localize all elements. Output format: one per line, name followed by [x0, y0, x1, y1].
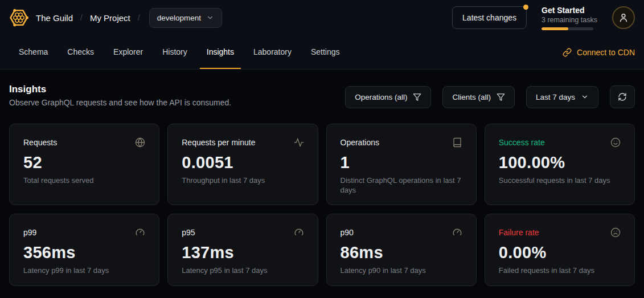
connect-to-cdn-link[interactable]: Connect to CDN — [563, 35, 635, 69]
stats-grid: Requests 52 Total requests served Reques… — [9, 124, 635, 286]
date-range-select[interactable]: Last 7 days — [526, 86, 598, 108]
card-title: p90 — [341, 228, 354, 237]
card-value: 100.00% — [499, 153, 621, 172]
user-icon — [618, 12, 629, 23]
operations-filter-label: Operations (all) — [355, 93, 407, 101]
project-nav: Schema Checks Explorer History Insights … — [0, 35, 644, 70]
card-title: p99 — [23, 228, 36, 237]
card-description: Throughput in last 7 days — [182, 176, 303, 186]
book-icon — [452, 137, 462, 148]
chevron-down-icon — [581, 93, 589, 101]
tab-explorer[interactable]: Explorer — [106, 35, 150, 69]
breadcrumb: The Guild / My Project / development — [9, 8, 222, 28]
get-started-progress-fill — [542, 27, 568, 30]
card-value: 86ms — [341, 243, 462, 262]
get-started-progress — [542, 27, 593, 30]
card-description: Latency p90 in last 7 days — [341, 266, 462, 276]
page-subtitle: Observe GraphQL requests and see how the… — [9, 98, 231, 107]
card-description: Latency p99 in last 7 days — [23, 266, 145, 276]
card-title: Success rate — [499, 138, 545, 147]
avatar[interactable] — [612, 6, 635, 29]
connect-to-cdn-label: Connect to CDN — [577, 48, 635, 57]
hive-logo[interactable] — [9, 8, 28, 27]
stat-card-p90: p90 86ms Latency p90 in last 7 days — [326, 214, 477, 286]
refresh-button[interactable] — [610, 85, 635, 108]
breadcrumb-separator: / — [138, 13, 140, 22]
tab-settings[interactable]: Settings — [304, 35, 347, 69]
stat-card-failure-rate: Failure rate 0.00% Failed requests in la… — [485, 214, 635, 286]
card-title: Failure rate — [499, 228, 539, 237]
card-description: Failed requests in last 7 days — [499, 266, 621, 276]
gauge-icon — [452, 227, 462, 238]
stat-card-p99: p99 356ms Latency p99 in last 7 days — [9, 214, 159, 286]
get-started-widget[interactable]: Get Started 3 remaining tasks — [542, 6, 597, 30]
stat-card-operations: Operations 1 Distinct GraphQL operations… — [326, 124, 477, 205]
card-value: 1 — [341, 153, 462, 172]
clients-filter-button[interactable]: Clients (all) — [442, 86, 515, 108]
filter-icon — [413, 93, 421, 101]
card-value: 52 — [23, 153, 145, 172]
tab-history[interactable]: History — [155, 35, 194, 69]
project-link[interactable]: My Project — [90, 13, 130, 23]
stat-card-requests-per-minute: Requests per minute 0.0051 Throughput in… — [167, 124, 318, 205]
clients-filter-label: Clients (all) — [452, 93, 491, 101]
card-description: Distinct GraphQL operations in last 7 da… — [341, 176, 462, 195]
latest-changes-label: Latest changes — [462, 13, 516, 22]
latest-changes-button[interactable]: Latest changes — [452, 6, 527, 29]
stat-card-p95: p95 137ms Latency p95 in last 7 days — [167, 214, 318, 286]
target-selector[interactable]: development — [149, 8, 222, 28]
card-description: Total requests served — [23, 176, 145, 186]
card-description: Latency p95 in last 7 days — [182, 266, 303, 276]
card-title: Requests — [23, 138, 57, 147]
card-title: Operations — [341, 138, 379, 147]
get-started-subtitle: 3 remaining tasks — [542, 16, 597, 24]
gauge-icon — [135, 227, 145, 238]
card-description: Successful requests in last 7 days — [499, 176, 621, 186]
stat-card-success-rate: Success rate 100.00% Successful requests… — [485, 124, 635, 205]
notification-dot — [523, 5, 528, 10]
activity-icon — [294, 137, 304, 148]
target-selector-value: development — [157, 14, 201, 22]
filter-icon — [497, 93, 505, 101]
refresh-icon — [618, 92, 627, 101]
card-value: 137ms — [182, 243, 303, 262]
app-chrome: The Guild / My Project / development Lat… — [0, 0, 644, 70]
card-value: 0.00% — [499, 243, 621, 262]
filters-toolbar: Operations (all) Clients (all) Last 7 da… — [345, 85, 635, 108]
topbar-right: Latest changes Get Started 3 remaining t… — [452, 6, 635, 30]
card-value: 356ms — [23, 243, 145, 262]
insights-page: Insights Observe GraphQL requests and se… — [0, 70, 644, 286]
page-heading: Insights Observe GraphQL requests and se… — [9, 84, 231, 107]
page-title: Insights — [9, 84, 231, 95]
frown-icon — [610, 227, 621, 238]
get-started-title: Get Started — [542, 6, 597, 15]
operations-filter-button[interactable]: Operations (all) — [345, 86, 431, 108]
date-range-value: Last 7 days — [536, 93, 575, 101]
stat-card-requests: Requests 52 Total requests served — [9, 124, 159, 205]
breadcrumb-separator: / — [80, 13, 83, 22]
org-link[interactable]: The Guild — [36, 13, 73, 23]
tab-checks[interactable]: Checks — [60, 35, 101, 69]
top-header: The Guild / My Project / development Lat… — [0, 0, 644, 35]
chevron-down-icon — [206, 14, 214, 22]
tab-laboratory[interactable]: Laboratory — [247, 35, 298, 69]
tab-schema[interactable]: Schema — [12, 35, 55, 69]
hive-logo-icon — [9, 8, 28, 27]
smile-icon — [610, 137, 621, 148]
tab-insights[interactable]: Insights — [200, 35, 241, 69]
globe-icon — [135, 137, 145, 148]
card-title: Requests per minute — [182, 138, 255, 147]
card-title: p95 — [182, 228, 195, 237]
nav-tabs: Schema Checks Explorer History Insights … — [9, 35, 350, 69]
link-icon — [563, 48, 572, 57]
card-value: 0.0051 — [182, 153, 303, 172]
gauge-icon — [294, 227, 304, 238]
section-head: Insights Observe GraphQL requests and se… — [9, 84, 635, 108]
